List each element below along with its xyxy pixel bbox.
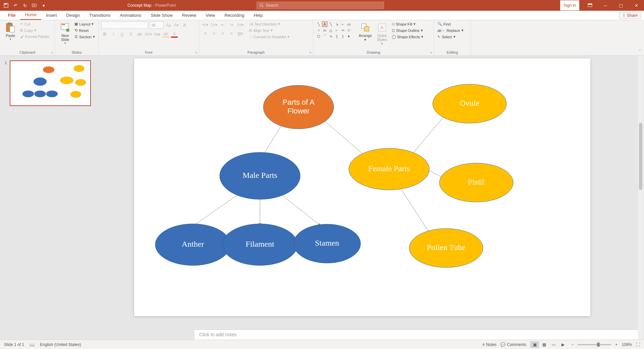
- shape-curve-icon[interactable]: ∿: [328, 34, 333, 39]
- bold-icon[interactable]: B: [101, 31, 108, 38]
- slide-sorter-view-icon[interactable]: ▦: [540, 341, 548, 348]
- slide-count[interactable]: Slide 1 of 1: [4, 342, 24, 347]
- notes-pane[interactable]: Click to add notes: [195, 330, 638, 340]
- bullets-icon[interactable]: •≡▾: [202, 21, 209, 28]
- shape-rightarrow-icon[interactable]: ⇨: [340, 28, 345, 33]
- collapse-ribbon-icon[interactable]: ⌃: [638, 49, 641, 53]
- language-status[interactable]: English (United States): [40, 342, 81, 347]
- copy-button[interactable]: ⧉Copy ▾: [19, 28, 50, 33]
- fit-to-window-icon[interactable]: ⛶: [636, 342, 640, 347]
- comments-toggle[interactable]: 💬 Comments: [500, 342, 526, 347]
- shadow-icon[interactable]: S: [127, 31, 134, 38]
- decrease-font-icon[interactable]: A▾: [173, 22, 180, 29]
- change-case-icon[interactable]: Aa▾: [154, 31, 160, 38]
- signin-button[interactable]: Sign in: [560, 0, 580, 11]
- shape-triangle-icon[interactable]: △: [328, 28, 333, 33]
- font-color-icon[interactable]: A: [171, 31, 178, 38]
- node-male-parts[interactable]: Male Parts: [220, 152, 300, 199]
- normal-view-icon[interactable]: ▣: [530, 341, 539, 348]
- char-spacing-icon[interactable]: AV▾: [145, 31, 152, 38]
- tab-help[interactable]: Help: [249, 11, 267, 20]
- underline-icon[interactable]: U: [119, 31, 125, 38]
- save-icon[interactable]: [3, 3, 9, 8]
- align-text-button[interactable]: ⊟Align Text ▾: [248, 28, 290, 33]
- tab-insert[interactable]: Insert: [41, 11, 62, 20]
- reset-button[interactable]: ⟲Reset: [74, 28, 96, 33]
- start-from-beginning-icon[interactable]: [32, 3, 37, 8]
- shape-line-icon[interactable]: ╲: [316, 21, 321, 27]
- quick-styles-button[interactable]: A Quick Styles▾: [374, 21, 390, 47]
- increase-font-icon[interactable]: A▴: [165, 22, 172, 29]
- font-family-input[interactable]: [101, 21, 148, 29]
- slide-thumbnail-1[interactable]: [10, 60, 91, 106]
- shapes-gallery[interactable]: ╲ A ╲ ↘ ⌐ ▭ ○ ▭ △ ⌐ ⇨ ☆ ⬡ ⌒ ∿ { } ▾: [316, 21, 356, 39]
- line-spacing-icon[interactable]: ‡≡▾: [237, 21, 244, 28]
- reading-view-icon[interactable]: ▭: [549, 341, 558, 348]
- qat-dropdown-icon[interactable]: ▾: [41, 3, 46, 8]
- shape-arrow-icon[interactable]: ↘: [334, 21, 339, 27]
- shape-connector-icon[interactable]: ⌐: [340, 21, 345, 27]
- shape-elbow-icon[interactable]: ⌐: [334, 28, 339, 33]
- undo-icon[interactable]: ↶: [13, 3, 18, 8]
- clear-formatting-icon[interactable]: A̷: [181, 22, 188, 29]
- node-pollen-tube[interactable]: Pollen Tube: [409, 229, 483, 267]
- node-pistil[interactable]: Pistil: [439, 163, 513, 202]
- justify-icon[interactable]: ≡: [228, 30, 235, 37]
- slide[interactable]: Parts of AFlower Male Parts Anther Filam…: [134, 58, 590, 316]
- node-ovule[interactable]: Ovule: [433, 84, 506, 123]
- arrange-button[interactable]: Arrange▾: [358, 21, 373, 43]
- zoom-level[interactable]: 108%: [622, 342, 632, 347]
- node-stamen[interactable]: Stamen: [293, 224, 361, 263]
- increase-indent-icon[interactable]: ⇥: [228, 21, 235, 28]
- shape-rect-icon[interactable]: ▭: [346, 21, 352, 27]
- slideshow-view-icon[interactable]: ▶: [558, 341, 567, 348]
- minimize-icon[interactable]: ─: [598, 0, 613, 11]
- text-direction-button[interactable]: ↕AText Direction ▾: [248, 21, 290, 27]
- cut-button[interactable]: ✂Cut: [19, 21, 50, 27]
- paste-button[interactable]: Paste ▾: [3, 21, 18, 41]
- align-right-icon[interactable]: ≡: [219, 30, 226, 37]
- shape-brace-icon[interactable]: {: [334, 34, 339, 39]
- ribbon-display-options-icon[interactable]: [582, 0, 598, 11]
- align-left-icon[interactable]: ≡: [202, 30, 209, 37]
- shape-rect2-icon[interactable]: ▭: [322, 28, 327, 33]
- maximize-icon[interactable]: ▢: [613, 0, 629, 11]
- find-button[interactable]: 🔍Find: [437, 21, 464, 27]
- font-launcher-icon[interactable]: ↘: [195, 51, 198, 54]
- replace-button[interactable]: ab→Replace ▾: [437, 28, 464, 33]
- tab-review[interactable]: Review: [177, 11, 201, 20]
- spellcheck-icon[interactable]: 📖: [30, 342, 35, 347]
- convert-smartart-button[interactable]: ⬚Convert to SmartArt ▾: [248, 34, 290, 39]
- tab-recording[interactable]: Recording: [220, 11, 249, 20]
- search-input[interactable]: Search: [257, 2, 384, 9]
- shape-effects-button[interactable]: ◯Shape Effects ▾: [391, 34, 424, 39]
- tab-home[interactable]: Home: [20, 10, 41, 20]
- node-female-parts[interactable]: Female Parts: [349, 148, 429, 190]
- zoom-out-icon[interactable]: −: [571, 342, 574, 347]
- new-slide-button[interactable]: New Slide ▾: [58, 21, 72, 45]
- format-painter-button[interactable]: 🖌Format Painter: [19, 34, 50, 39]
- shape-oval-icon[interactable]: ○: [316, 28, 321, 33]
- close-icon[interactable]: ✕: [629, 0, 644, 11]
- align-center-icon[interactable]: ≡: [211, 30, 217, 37]
- node-root[interactable]: Parts of AFlower: [263, 85, 334, 129]
- shape-star-icon[interactable]: ☆: [346, 28, 352, 33]
- shape-fill-button[interactable]: ◇Shape Fill ▾: [391, 21, 424, 27]
- tab-file[interactable]: File: [3, 11, 20, 20]
- shapes-more-icon[interactable]: ▾: [346, 34, 352, 39]
- shape-line2-icon[interactable]: ╲: [328, 21, 333, 27]
- shape-brace2-icon[interactable]: }: [340, 34, 345, 39]
- highlight-icon[interactable]: ab: [162, 31, 169, 38]
- select-button[interactable]: ↖Select ▾: [437, 34, 464, 39]
- font-size-input[interactable]: [150, 21, 164, 29]
- tab-view[interactable]: View: [201, 11, 220, 20]
- share-button[interactable]: ⇪Share: [619, 12, 641, 19]
- node-filament[interactable]: Filament: [222, 224, 298, 265]
- zoom-in-icon[interactable]: +: [615, 342, 618, 347]
- layout-button[interactable]: ▦Layout ▾: [74, 21, 96, 27]
- shape-arc-icon[interactable]: ⌒: [322, 34, 327, 39]
- shape-outline-button[interactable]: ◻Shape Outline ▾: [391, 28, 424, 33]
- tab-transitions[interactable]: Transitions: [85, 11, 115, 20]
- section-button[interactable]: ☰Section ▾: [74, 34, 96, 39]
- zoom-slider[interactable]: [578, 344, 611, 345]
